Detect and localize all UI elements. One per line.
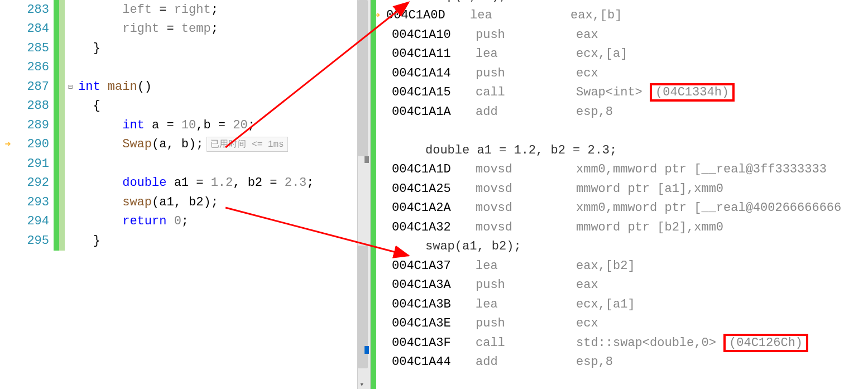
- asm-address: 004C1A14: [392, 66, 476, 80]
- line-number: 292: [16, 176, 54, 190]
- change-indicator: [54, 39, 59, 58]
- asm-address: 004C1A0D: [386, 8, 470, 22]
- source-line[interactable]: 291: [0, 154, 357, 174]
- asm-address: 004C1A3E: [392, 316, 476, 330]
- asm-operands: Swap<int> (04C1334h): [576, 83, 868, 102]
- source-code-pane[interactable]: 283 left = right;284 right = temp;285 }2…: [0, 0, 357, 389]
- asm-operands: mmword ptr [b2],xmm0: [576, 220, 868, 234]
- source-line[interactable]: 283 left = right;: [0, 0, 357, 20]
- change-indicator: [59, 193, 65, 212]
- asm-mnemonic: call: [476, 336, 576, 350]
- asm-line[interactable]: 004C1A10pusheax: [386, 25, 868, 45]
- change-indicator: [59, 0, 65, 20]
- source-line[interactable]: 295 }: [0, 231, 357, 251]
- asm-line[interactable]: 004C1A3Epushecx: [386, 314, 868, 334]
- source-line[interactable]: 284 right = temp;: [0, 20, 357, 39]
- asm-source-line[interactable]: Swap(a, b);: [386, 0, 868, 6]
- asm-line[interactable]: 004C1A25movsdmmword ptr [a1],xmm0: [386, 179, 868, 199]
- source-line[interactable]: 287⊟int main(): [0, 77, 357, 97]
- source-line[interactable]: 289 int a = 10,b = 20;: [0, 116, 357, 135]
- asm-line[interactable]: 004C1A3Apusheax: [386, 276, 868, 295]
- fold-toggle[interactable]: ⊟: [65, 82, 76, 92]
- code-text[interactable]: right = temp;: [76, 22, 218, 36]
- line-number: 283: [16, 3, 54, 17]
- asm-operands: ecx: [576, 316, 868, 330]
- source-line[interactable]: 285 }: [0, 39, 357, 58]
- code-text[interactable]: Swap(a, b);: [76, 137, 203, 151]
- highlighted-address: (04C1334h): [650, 83, 735, 102]
- scroll-down-icon[interactable]: ▾: [359, 380, 364, 389]
- asm-line[interactable]: 004C1A11leaecx,[a]: [386, 45, 868, 64]
- change-indicator: [59, 97, 65, 116]
- change-indicator: [54, 116, 59, 135]
- source-line[interactable]: ➜290 Swap(a, b);已用时间 <= 1ms: [0, 135, 357, 155]
- asm-source-text: Swap(a, b);: [386, 0, 506, 3]
- change-indicator: [59, 212, 65, 232]
- asm-operands: eax: [576, 28, 868, 42]
- line-number: 285: [16, 41, 54, 55]
- asm-mnemonic: movsd: [476, 162, 576, 176]
- code-text[interactable]: return 0;: [76, 214, 189, 228]
- change-indicator: [54, 97, 59, 116]
- source-line[interactable]: 288 {: [0, 97, 357, 116]
- asm-operands: xmm0,mmword ptr [__real@3ff3333333: [576, 162, 868, 176]
- asm-mnemonic: lea: [476, 47, 576, 61]
- asm-address: 004C1A32: [392, 220, 476, 234]
- source-line[interactable]: 293 swap(a1, b2);: [0, 193, 357, 212]
- asm-line[interactable]: 004C1A3Fcallstd::swap<double,0> (04C126C…: [386, 333, 868, 353]
- code-text[interactable]: }: [76, 41, 100, 55]
- change-indicator: [59, 116, 65, 135]
- asm-operands: eax,[b]: [570, 8, 868, 22]
- source-line[interactable]: 294 return 0;: [0, 212, 357, 232]
- asm-line[interactable]: 004C1A2Amovsdxmm0,mmword ptr [__real@400…: [386, 199, 868, 218]
- change-indicator: [54, 77, 59, 97]
- change-indicator: [54, 154, 59, 174]
- disassembly-pane[interactable]: Swap(a, b);➜004C1A0Dleaeax,[b]004C1A10pu…: [371, 0, 868, 389]
- asm-line[interactable]: 004C1A37leaeax,[b2]: [386, 256, 868, 276]
- asm-mnemonic: add: [476, 355, 576, 369]
- asm-mnemonic: call: [476, 85, 576, 99]
- asm-source-line[interactable]: swap(a1, b2);: [386, 237, 868, 257]
- asm-source-line[interactable]: double a1 = 1.2, b2 = 2.3;: [386, 141, 868, 160]
- code-text[interactable]: left = right;: [76, 3, 218, 17]
- perf-tooltip: 已用时间 <= 1ms: [207, 137, 287, 152]
- asm-line[interactable]: 004C1A32movsdmmword ptr [b2],xmm0: [386, 218, 868, 237]
- asm-mnemonic: lea: [476, 297, 576, 311]
- asm-line[interactable]: ➜004C1A0Dleaeax,[b]: [386, 6, 868, 26]
- asm-address: 004C1A3B: [392, 297, 476, 311]
- change-indicator: [54, 0, 59, 20]
- change-indicator: [59, 231, 65, 251]
- code-text[interactable]: int a = 10,b = 20;: [76, 118, 255, 132]
- change-indicator: [54, 231, 59, 251]
- change-indicator: [59, 154, 65, 174]
- asm-line[interactable]: [386, 122, 868, 141]
- asm-line[interactable]: 004C1A1Dmovsdxmm0,mmword ptr [__real@3ff…: [386, 160, 868, 180]
- change-indicator: [59, 135, 65, 155]
- source-line[interactable]: 286: [0, 58, 357, 78]
- asm-address: 004C1A44: [392, 355, 476, 369]
- code-text[interactable]: double a1 = 1.2, b2 = 2.3;: [76, 176, 314, 190]
- asm-operands: xmm0,mmword ptr [__real@400266666666: [576, 201, 868, 215]
- asm-line[interactable]: 004C1A14pushecx: [386, 64, 868, 83]
- asm-mnemonic: lea: [470, 8, 570, 22]
- asm-line[interactable]: 004C1A44addesp,8: [386, 353, 868, 372]
- asm-line[interactable]: 004C1A15callSwap<int> (04C1334h): [386, 83, 868, 103]
- code-text[interactable]: }: [76, 234, 100, 248]
- asm-line[interactable]: 004C1A1Aaddesp,8: [386, 102, 868, 122]
- asm-mnemonic: movsd: [476, 182, 576, 196]
- asm-operands: std::swap<double,0> (04C126Ch): [576, 334, 868, 352]
- asm-address: 004C1A25: [392, 182, 476, 196]
- asm-address: 004C1A2A: [392, 201, 476, 215]
- source-line[interactable]: 292 double a1 = 1.2, b2 = 2.3;: [0, 174, 357, 193]
- asm-address: 004C1A37: [392, 259, 476, 273]
- code-text[interactable]: swap(a1, b2);: [76, 195, 218, 209]
- asm-line[interactable]: 004C1A3Bleaecx,[a1]: [386, 295, 868, 314]
- splitter-scrollbar[interactable]: ▾: [357, 0, 371, 389]
- code-text[interactable]: {: [76, 99, 100, 113]
- line-number: 289: [16, 118, 54, 132]
- asm-address: 004C1A3F: [392, 336, 476, 350]
- asm-address: 004C1A1A: [392, 105, 476, 119]
- change-indicator: [59, 58, 65, 78]
- code-text[interactable]: int main(): [76, 80, 152, 94]
- breakpoint-gutter[interactable]: ➜: [0, 137, 16, 151]
